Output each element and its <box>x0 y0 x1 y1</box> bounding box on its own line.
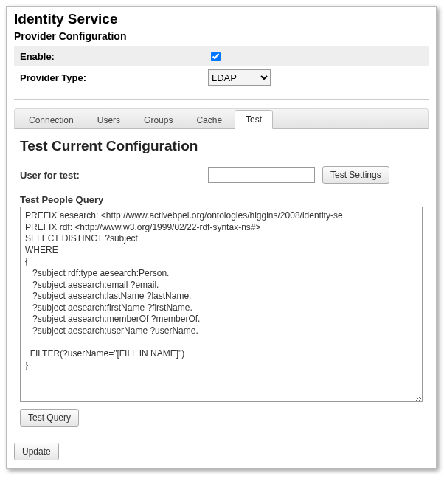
identity-service-panel: Identity Service Provider Configuration … <box>6 6 437 469</box>
provider-type-row: Provider Type: LDAP <box>14 66 429 89</box>
tab-users[interactable]: Users <box>86 111 131 129</box>
enable-label: Enable: <box>20 51 208 62</box>
tab-groups[interactable]: Groups <box>133 111 184 129</box>
tab-connection[interactable]: Connection <box>18 111 85 129</box>
tab-bar: Connection Users Groups Cache Test <box>14 108 429 129</box>
provider-type-select[interactable]: LDAP <box>208 69 271 86</box>
page-title: Identity Service <box>14 11 429 27</box>
enable-row: Enable: <box>14 46 429 66</box>
user-for-test-input[interactable] <box>208 167 315 183</box>
tab-content-test: Test Current Configuration User for test… <box>14 129 429 432</box>
provider-type-label: Provider Type: <box>20 72 208 83</box>
update-button[interactable]: Update <box>14 443 59 460</box>
enable-checkbox[interactable] <box>211 52 221 61</box>
tab-test[interactable]: Test <box>235 110 273 129</box>
test-query-button[interactable]: Test Query <box>20 409 79 427</box>
test-config-heading: Test Current Configuration <box>20 138 423 154</box>
user-for-test-label: User for test: <box>20 170 208 181</box>
test-people-query-textarea[interactable] <box>20 207 423 402</box>
test-people-query-label: Test People Query <box>20 194 423 205</box>
user-for-test-row: User for test: Test Settings <box>20 166 423 184</box>
test-settings-button[interactable]: Test Settings <box>322 166 389 184</box>
divider <box>14 99 429 100</box>
tab-cache[interactable]: Cache <box>185 111 233 129</box>
provider-config-heading: Provider Configuration <box>14 30 429 42</box>
